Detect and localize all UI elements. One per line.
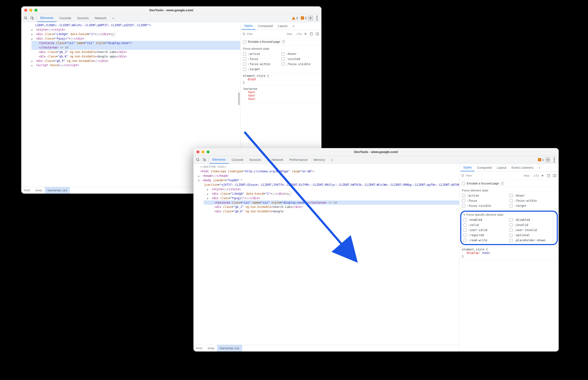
settings-gear-icon[interactable] [307,15,314,21]
help-icon[interactable]: ? [501,182,504,185]
new-style-rule-icon[interactable] [303,32,308,37]
dom-script-node[interactable]: <script nonce></script> [32,63,240,67]
close-window-button[interactable] [24,9,27,12]
ellipsis-icon[interactable] [246,197,249,200]
pseudo-visited[interactable]: :visited [282,57,319,61]
dom-div-node[interactable]: <div class="gb_J" ng-non-bindable>Search… [32,50,240,54]
tab-performance[interactable]: Performance [286,156,311,164]
zoom-window-button[interactable] [35,9,37,12]
pseudo-target[interactable]: :target [510,204,556,208]
pseudo-optional[interactable]: :optional [510,233,555,237]
ellipsis-icon[interactable] [272,192,275,195]
dom-div-node[interactable]: <div class="gb_K" ng-non-bindable>Google… [32,54,240,59]
close-window-button[interactable] [196,151,199,153]
subtab-layout[interactable]: Layout [275,22,290,30]
ellipsis-icon[interactable] [48,29,52,32]
pseudo-active[interactable]: :active [243,52,281,56]
flex-badge[interactable]: flex [287,192,292,196]
pseudo-read-write[interactable]: :read-write [463,239,509,242]
pseudo-focus-within[interactable]: :focus-within [243,62,281,66]
pseudo-target[interactable]: :target [243,67,281,71]
subtab-computed[interactable]: Computed [255,22,275,30]
device-toggle-icon[interactable] [201,157,208,163]
tab-console[interactable]: Console [229,156,246,164]
crumb-textarea[interactable]: textarea.csi [45,187,70,194]
minimize-window-button[interactable] [201,151,204,153]
ellipsis-icon[interactable] [60,64,64,67]
pseudo-hover[interactable]: :hover [510,194,556,197]
cls-toggle[interactable]: .cls [533,174,539,177]
scrollbar-thumb[interactable] [238,92,240,105]
dom-div-node[interactable]: <div class="L3eUgb" data-hveid="1"></div… [204,191,459,196]
tab-network[interactable]: Network [92,14,109,22]
element-style-rule[interactable]: element.style { display: none; } [459,246,559,259]
dom-div-node[interactable]: <div class="gb_J" ng-non-bindable>Search… [204,205,459,209]
filter-input[interactable]: Filter [242,32,285,36]
crumb-html[interactable]: html [194,345,205,351]
emulate-focus-checkbox[interactable] [462,182,465,185]
computed-styles-icon[interactable] [546,173,551,178]
dom-html-node[interactable]: <html itemscope itemtype="http://schema.… [196,169,459,174]
settings-gear-icon[interactable] [545,157,551,163]
inspect-icon[interactable] [195,157,201,163]
pseudo-valid[interactable]: :valid [463,223,509,227]
dom-body-node[interactable]: <body jsmodel="hspDDf " jsaction="xjhTIf… [196,178,459,187]
subtab-styles[interactable]: Styles [242,22,255,30]
pseudo-active[interactable]: :active [462,194,509,197]
tab-memory[interactable]: Memory [311,156,328,164]
crumb-body[interactable]: body [205,345,217,351]
pseudo-focus[interactable]: :focus [462,199,509,202]
warning-icon[interactable] [292,17,295,19]
pseudo-placeholder-shown[interactable]: :placeholder-shown [510,239,555,242]
tab-elements[interactable]: Elements [37,14,56,22]
textarea-style-rule[interactable]: textarea font- font- font- [240,86,321,102]
dom-doctype[interactable]: <!DOCTYPE html> [196,165,459,169]
minimize-window-button[interactable] [29,9,32,12]
crumb-body[interactable]: body [33,187,45,194]
pseudo-focus-visible[interactable]: :focus-visible [462,204,509,208]
device-toggle-icon[interactable] [29,15,35,21]
dom-style-node[interactable]: <style></style> [204,187,459,191]
subtab-event-listeners[interactable]: Event Listeners [509,164,536,171]
issues-icon[interactable]: ! [538,158,541,161]
pseudo-user-valid[interactable]: :user-valid [463,228,509,232]
rendering-panel-icon[interactable] [315,32,320,37]
tab-more[interactable]: » [328,156,336,164]
element-style-rule[interactable]: element.style { displ } [240,73,321,86]
crumb-textarea[interactable]: textarea.csi [217,345,242,351]
dom-head-node[interactable]: <head></head> [196,174,459,178]
subtab-more[interactable]: » [290,22,297,30]
subtab-styles[interactable]: Styles [461,164,475,171]
filter-input[interactable]: Filter [461,174,522,177]
tab-elements[interactable]: Elements [209,156,229,164]
pseudo-focus-visible[interactable]: :focus-visible [282,62,319,66]
tab-network[interactable]: Network [264,156,286,164]
dom-div-node[interactable]: <div class="L3eUgb" data-hveid="1"></div… [32,32,240,36]
issues-icon[interactable]: ! [301,16,304,19]
computed-styles-icon[interactable] [309,32,314,37]
tab-sources[interactable]: Sources [74,14,92,22]
tab-more[interactable]: » [109,14,117,22]
zoom-window-button[interactable] [207,151,210,153]
cls-toggle[interactable]: .cls [295,32,302,36]
pseudo-focus[interactable]: :focus [243,57,281,61]
inspect-icon[interactable] [22,15,29,21]
dom-tree-panel[interactable]: <!DOCTYPE html> <html itemscope itemtype… [194,164,459,351]
dom-div-node[interactable]: <div class="gb_K" ng-non-bindable>Google [204,209,459,214]
hov-toggle[interactable]: :hov [285,32,292,36]
dom-div-node[interactable]: <div class="Fgvgjc"></div> [32,36,240,41]
dom-textarea-node-selected[interactable]: ⋯ <textarea class="csi" name="csi" style… [32,41,240,50]
ellipsis-icon[interactable] [71,38,74,40]
kebab-menu-icon[interactable] [551,157,557,163]
pseudo-required[interactable]: :required [463,233,509,237]
ellipsis-icon[interactable] [96,33,100,36]
pseudo-user-invalid[interactable]: :user-invalid [510,228,555,232]
force-specific-state-heading[interactable]: Force specific element state [463,213,555,216]
emulate-focus-checkbox[interactable] [243,40,246,43]
tab-console[interactable]: Console [56,14,74,22]
dom-style-node[interactable]: <style></style> [32,27,240,32]
ellipsis-icon[interactable] [213,175,216,178]
pseudo-enabled[interactable]: :enabled [463,218,509,222]
ellipsis-icon[interactable] [95,59,98,63]
dom-div-node[interactable]: <div class="Fgvgjc"></div> [204,196,459,200]
